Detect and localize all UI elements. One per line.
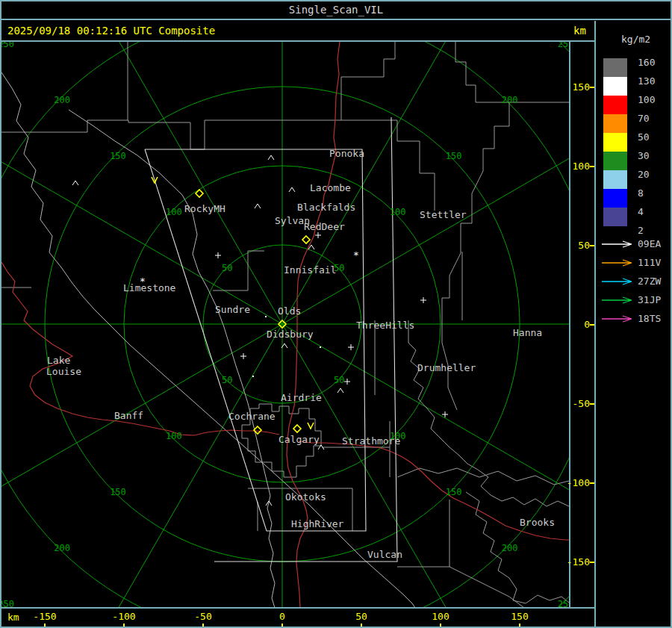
bottom-axis-tick-mark — [202, 624, 204, 628]
storm-track-arrow-icon — [600, 258, 636, 267]
storm-cell-diamond-marker — [293, 425, 301, 432]
color-scale-value-label: 8 — [638, 188, 644, 199]
city-label: Lake — [47, 355, 70, 366]
color-scale-swatch — [603, 208, 627, 226]
town-dot-marker — [252, 376, 254, 377]
city-label: Okotoks — [285, 491, 326, 503]
color-scale-value-label: 50 — [638, 132, 650, 143]
color-scale-value-label: 20 — [638, 170, 650, 180]
right-axis-tick-label: 0 — [584, 320, 590, 330]
storm-track-arrow-icon — [600, 314, 636, 323]
right-axis-tick-label: -150 — [567, 557, 590, 568]
color-scale-value-label: 160 — [638, 57, 655, 68]
town-caret-marker — [72, 181, 78, 185]
town-caret-marker — [337, 388, 343, 393]
bottom-axis-tick-mark — [123, 624, 125, 628]
bottom-axis-tick-label: 0 — [279, 612, 285, 622]
city-label: Airdrie — [281, 392, 322, 403]
storm-track-arrow-icon — [600, 296, 636, 305]
right-axis-tick-label: 150 — [573, 82, 590, 93]
bottom-axis-tick-mark — [281, 624, 283, 628]
city-label: ThreeHills — [356, 320, 414, 331]
color-scale-swatch — [603, 189, 627, 208]
color-scale-value-label: 70 — [638, 114, 650, 124]
color-scale-swatch — [603, 170, 627, 189]
bottom-axis-tick-label: 150 — [511, 612, 528, 622]
town-star-marker: * — [353, 249, 359, 261]
city-label: HighRiver — [291, 518, 344, 529]
city-label: Ponoka — [329, 148, 364, 159]
storm-cell-diamond-marker — [302, 236, 310, 243]
city-label: Drumheller — [417, 362, 476, 373]
color-scale-swatch — [603, 77, 627, 96]
bottom-axis-tick-mark — [519, 624, 520, 628]
city-label: Strathmore — [342, 435, 400, 447]
storm-track-id-label: 31JP — [638, 295, 661, 305]
town-caret-marker — [255, 204, 261, 208]
ring-distance-label: 250 — [558, 42, 569, 49]
range-spoke — [1, 324, 282, 529]
city-label: Didsbury — [267, 329, 314, 340]
color-scale-value-label: 30 — [638, 151, 650, 161]
bottom-axis-tick-label: -150 — [33, 612, 56, 622]
ring-distance-label: 100 — [166, 207, 182, 217]
town-plus-marker — [420, 297, 426, 303]
ring-distance-label: 50 — [222, 375, 232, 385]
city-label: Louise — [46, 366, 81, 377]
right-axis-tick-label: -50 — [573, 399, 590, 409]
town-plus-marker — [240, 353, 246, 359]
ring-distance-label: 250 — [1, 42, 14, 49]
city-label: Banff — [114, 410, 143, 421]
ring-distance-label: 50 — [222, 263, 232, 273]
town-plus-marker — [348, 344, 354, 350]
ring-distance-label: 200 — [54, 543, 70, 553]
ring-distance-label: 150 — [110, 151, 126, 161]
color-scale-value-label: 2 — [638, 226, 644, 236]
town-caret-marker — [268, 155, 274, 160]
right-axis: 150100500-50-100-150 — [570, 21, 594, 609]
bottom-axis: km -150-100-50050100150 — [1, 609, 596, 627]
right-axis-tick-label: 100 — [573, 161, 590, 172]
radar-map-canvas[interactable]: 5050505010010010010015015015015020020020… — [1, 42, 569, 607]
bottom-axis-tick-mark — [44, 624, 46, 628]
city-label: RockyMH — [184, 203, 225, 214]
bottom-axis-tick-label: 100 — [432, 612, 449, 622]
storm-track-id-label: 27ZW — [638, 276, 661, 287]
city-labels: PonokaLacombeBlackfaldsSylvanRedDeerStet… — [46, 148, 555, 560]
range-spoke — [77, 324, 282, 607]
city-label: Sundre — [215, 304, 250, 315]
radar-viewer-window: Single_Scan_VIL 2025/09/18 00:12:16 UTC … — [0, 0, 672, 628]
storm-cell-v-marker — [308, 423, 314, 429]
town-plus-marker — [215, 252, 221, 258]
city-label: Stettler — [420, 209, 467, 220]
terrain-boundary-line — [69, 110, 275, 607]
boundary-line — [449, 567, 524, 607]
bottom-axis-tick-label: -50 — [194, 612, 211, 622]
boundary-line — [455, 42, 569, 102]
city-label: Brooks — [520, 517, 555, 528]
color-scale-value-label: 130 — [638, 76, 655, 87]
storm-track-arrow-icon — [600, 277, 636, 286]
ring-distance-label: 200 — [502, 543, 518, 553]
bottom-axis-tick-label: 50 — [355, 612, 367, 622]
city-label: Olds — [278, 305, 301, 317]
ring-distance-label: 150 — [446, 151, 462, 161]
ring-distance-label: 150 — [446, 487, 462, 497]
right-axis-tick-label: -100 — [567, 478, 590, 488]
color-scale-value-label: 100 — [638, 95, 655, 105]
city-label: Hanna — [513, 327, 542, 338]
boundary-line — [1, 120, 205, 149]
storm-track-id-label: 111V — [638, 258, 661, 268]
bottom-axis-tick-mark — [361, 624, 362, 628]
right-axis-tick-label: 50 — [578, 240, 590, 251]
color-scale-swatch — [603, 152, 627, 170]
town-plus-marker — [344, 379, 350, 385]
town-dot-marker — [265, 316, 267, 317]
legend-panel: kg/m2 16013010070503020842 09EA111V27ZW3… — [596, 21, 671, 627]
city-label: Cochrane — [228, 411, 276, 422]
legend-unit-label: kg/m2 — [621, 34, 650, 45]
ring-distance-label: 50 — [334, 375, 344, 385]
ring-distance-label: 250 — [1, 599, 14, 607]
city-label: Blackfalds — [297, 202, 355, 213]
radar-map: 5050505010010010010015015015015020020020… — [1, 42, 569, 607]
